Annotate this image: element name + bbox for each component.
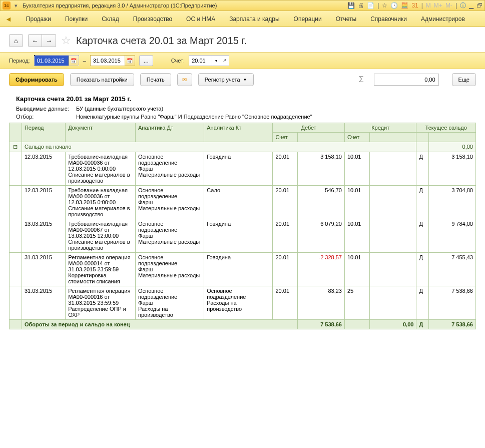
cell-debit-amount: 83,23 <box>298 286 345 320</box>
account-dropdown-icon[interactable]: ▾ <box>212 56 220 66</box>
minimize-icon[interactable]: ▁ <box>469 2 473 9</box>
col-balance-amount <box>429 133 476 142</box>
totals-row: Обороты за период и сальдо на конец7 538… <box>10 320 476 329</box>
more-button[interactable]: Еще <box>452 73 476 86</box>
cell-dc: Д <box>416 253 429 286</box>
report-meta-row: Выводимые данные: БУ (данные бухгалтерск… <box>9 105 476 113</box>
favorite-icon[interactable]: ☆ <box>382 2 387 9</box>
register-button[interactable]: Регистр учета▼ <box>198 73 254 86</box>
cell-dc: Д <box>416 152 429 186</box>
period-to-field[interactable]: 📅 <box>90 55 135 66</box>
cell-analytics-kt: Говядина <box>204 253 273 286</box>
table-row[interactable]: 12.03.2015Требование-накладная МА00-0000… <box>10 186 476 219</box>
cell-document: Регламентная операция МА00-000016 от 31.… <box>66 286 136 320</box>
cell-credit-account: 10.01 <box>344 253 369 286</box>
col-toggle <box>10 123 22 142</box>
sigma-icon[interactable]: Σ <box>359 75 364 84</box>
help-icon[interactable]: ⓘ <box>460 2 466 10</box>
cell-date: 31.03.2015 <box>22 253 65 286</box>
cell-credit-account: 10.01 <box>344 152 369 186</box>
col-analytics-kt: Аналитика Кт <box>204 123 273 142</box>
col-period: Период <box>22 123 65 142</box>
account-field[interactable]: ▾ ↗ <box>189 55 229 66</box>
report-title: Карточка счета 20.01 за Март 2015 г. <box>9 92 476 105</box>
cell-analytics-kt: Основное подразделение Расходы на произв… <box>204 286 273 320</box>
cell-analytics-dt: Основное подразделение Фарш Материальные… <box>136 186 204 219</box>
history-icon[interactable]: 🕓 <box>390 2 398 9</box>
favorite-star-icon[interactable]: ☆ <box>61 34 71 47</box>
meta-value: БУ (данные бухгалтерского учета) <box>76 106 163 112</box>
m-plus-icon[interactable]: M+ <box>434 2 442 9</box>
cell-document: Регламентная операция МА00-000014 от 31.… <box>66 253 136 286</box>
period-to-input[interactable] <box>91 56 125 66</box>
opening-label: Сальдо на начало <box>22 142 416 152</box>
menu-item[interactable]: Операции <box>294 16 322 23</box>
filter-value: Номенклатурные группы Равно "Фарш" И Под… <box>76 114 312 120</box>
menu-item[interactable]: Склад <box>102 16 119 23</box>
menu-item[interactable]: Производство <box>133 16 172 23</box>
restore-icon[interactable]: 🗗 <box>476 2 482 9</box>
period-select-button[interactable]: … <box>139 55 153 66</box>
col-credit: Кредит <box>344 123 416 133</box>
menu-item[interactable]: Администриров <box>421 16 465 23</box>
calculator-icon[interactable]: 🧮 <box>401 2 408 9</box>
account-label: Счет: <box>171 58 185 64</box>
cell-analytics-dt: Основное подразделение Фарш Материальные… <box>136 152 204 186</box>
email-button[interactable]: ✉ <box>177 73 192 86</box>
meta-label: Выводимые данные: <box>16 106 76 112</box>
calendar-icon[interactable]: 31 <box>411 2 418 9</box>
cell-debit-account: 20.01 <box>273 186 298 219</box>
print-button[interactable]: Печать <box>140 73 171 86</box>
menu-item[interactable]: ОС и НМА <box>186 16 215 23</box>
print-icon[interactable]: 🖨 <box>358 2 364 9</box>
menu-item[interactable]: Зарплата и кадры <box>229 16 279 23</box>
report-table: Период Документ Аналитика Дт Аналитика К… <box>9 123 476 329</box>
period-from-field[interactable]: 📅 <box>34 55 79 66</box>
sum-input[interactable] <box>374 74 439 86</box>
report-filter-row: Отбор: Номенклатурные группы Равно "Фарш… <box>9 113 476 121</box>
document-icon[interactable]: 📄 <box>367 2 374 9</box>
cell-credit-account: 10.01 <box>344 219 369 253</box>
collapse-icon[interactable]: ⊟ <box>10 142 22 152</box>
cell-dc: Д <box>416 186 429 219</box>
back-button[interactable]: ← <box>28 34 42 47</box>
cell-analytics-kt: Говядина <box>204 152 273 186</box>
account-input[interactable] <box>189 56 212 66</box>
menu-item[interactable]: Продажи <box>26 16 51 23</box>
cell-balance: 3 158,10 <box>429 152 476 186</box>
menu-item[interactable]: Справочники <box>370 16 407 23</box>
envelope-icon: ✉ <box>182 77 187 83</box>
col-dc <box>416 133 429 142</box>
calendar-from-icon[interactable]: 📅 <box>69 56 79 66</box>
menu-scroll-left-icon[interactable]: ◄ <box>5 15 12 23</box>
table-row[interactable]: 31.03.2015Регламентная операция МА00-000… <box>10 253 476 286</box>
save-icon[interactable]: 💾 <box>347 2 355 9</box>
period-from-input[interactable] <box>35 56 69 66</box>
menu-item[interactable]: Покупки <box>65 16 88 23</box>
cell-credit-account: 25 <box>344 286 369 320</box>
cell-credit-amount <box>369 253 416 286</box>
show-settings-button[interactable]: Показать настройки <box>70 73 134 86</box>
calendar-to-icon[interactable]: 📅 <box>125 56 135 66</box>
opening-balance-row: ⊟Сальдо на начало0,00 <box>10 142 476 152</box>
cell-debit-account: 20.01 <box>273 152 298 186</box>
page-header: ⌂ ← → ☆ Карточка счета 20.01 за Март 201… <box>0 27 485 52</box>
cell-date: 31.03.2015 <box>22 286 65 320</box>
table-row[interactable]: 31.03.2015Регламентная операция МА00-000… <box>10 286 476 320</box>
cell-analytics-kt: Сало <box>204 186 273 219</box>
home-button[interactable]: ⌂ <box>9 34 23 47</box>
col-balance: Текущее сальдо <box>416 123 476 133</box>
table-row[interactable]: 12.03.2015Требование-накладная МА00-0000… <box>10 152 476 186</box>
form-report-button[interactable]: Сформировать <box>9 73 64 86</box>
filter-label: Отбор: <box>16 114 76 120</box>
menu-item[interactable]: Отчеты <box>336 16 356 23</box>
cell-balance: 7 538,66 <box>429 286 476 320</box>
m-minus-icon[interactable]: M- <box>445 2 452 9</box>
cell-debit-amount: 546,70 <box>298 186 345 219</box>
m-icon[interactable]: M <box>426 2 431 9</box>
table-row[interactable]: 13.03.2015Требование-накладная МА00-0000… <box>10 219 476 253</box>
dropdown-icon[interactable]: ▾ <box>13 2 20 9</box>
col-analytics-dt: Аналитика Дт <box>136 123 204 142</box>
forward-button[interactable]: → <box>42 34 56 47</box>
account-open-icon[interactable]: ↗ <box>220 56 229 66</box>
